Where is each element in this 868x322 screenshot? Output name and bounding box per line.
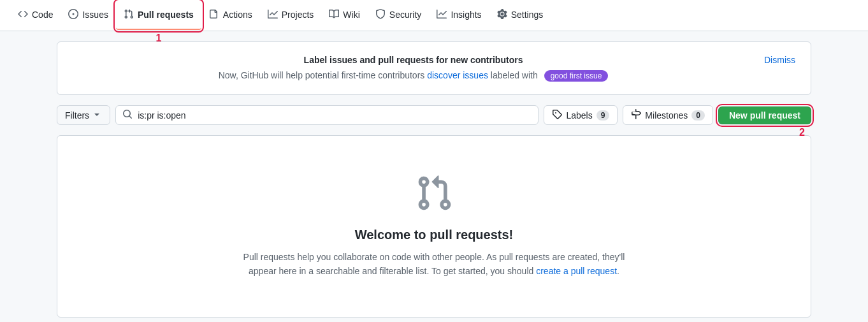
actions-icon [209, 9, 219, 21]
nav-item-settings[interactable]: Settings [489, 1, 551, 30]
labels-label: Labels [566, 110, 592, 121]
filters-bar: Filters Labels 9 [57, 105, 811, 125]
pull-request-nav-icon [124, 9, 134, 21]
search-box[interactable] [115, 105, 539, 125]
label-icon [552, 109, 562, 121]
milestones-button[interactable]: Milestones 0 [623, 105, 713, 125]
nav-item-issues-label: Issues [82, 10, 108, 20]
banner-description: Now, GitHub will help potential first-ti… [73, 70, 754, 82]
nav-item-wiki-label: Wiki [343, 10, 359, 20]
nav-item-projects[interactable]: Projects [260, 1, 322, 30]
code-icon [18, 9, 28, 21]
nav-item-actions[interactable]: Actions [201, 1, 260, 30]
good-first-issue-badge: good first issue [544, 70, 609, 82]
nav-item-insights[interactable]: Insights [429, 1, 489, 30]
nav-item-projects-label: Projects [282, 10, 314, 20]
annotation-1: 1 [156, 33, 161, 44]
search-input[interactable] [138, 110, 532, 121]
projects-icon [268, 9, 278, 21]
contributor-banner: Label issues and pull requests for new c… [57, 41, 811, 95]
nav-item-code[interactable]: Code [10, 1, 61, 30]
pull-requests-empty-state: Welcome to pull requests! Pull requests … [57, 135, 811, 318]
settings-icon [497, 9, 507, 21]
nav-item-insights-label: Insights [451, 10, 481, 20]
nav-item-pull-requests[interactable]: Pull requests [116, 1, 201, 30]
labels-count: 9 [597, 110, 610, 121]
wiki-icon [329, 9, 339, 21]
issue-icon [68, 9, 78, 21]
empty-state-title: Welcome to pull requests! [73, 228, 795, 242]
empty-state-description: Pull requests help you collaborate on co… [230, 250, 638, 279]
nav-item-settings-label: Settings [511, 10, 544, 20]
security-icon [375, 9, 386, 21]
nav-item-pull-requests-label: Pull requests [138, 10, 194, 20]
discover-issues-link[interactable]: discover issues [427, 70, 488, 80]
banner-content: Label issues and pull requests for new c… [73, 55, 754, 82]
nav-item-security-label: Security [389, 10, 422, 20]
chevron-down-icon [92, 109, 102, 121]
new-pull-request-button[interactable]: New pull request [718, 106, 811, 124]
dismiss-link[interactable]: Dismiss [764, 55, 795, 65]
insights-icon [437, 9, 447, 21]
pull-request-empty-icon [415, 174, 453, 212]
banner-labeled-with: labeled with [491, 70, 538, 80]
filters-button[interactable]: Filters [57, 105, 110, 125]
nav-item-code-label: Code [32, 10, 53, 20]
labels-button[interactable]: Labels 9 [544, 105, 618, 125]
milestones-count: 0 [691, 110, 705, 121]
banner-desc-prefix: Now, GitHub will help potential first-ti… [219, 70, 425, 80]
nav-item-wiki[interactable]: Wiki [321, 1, 367, 30]
nav-item-actions-label: Actions [223, 10, 252, 20]
create-pull-request-link[interactable]: create a pull request [536, 266, 617, 276]
new-pr-button-wrapper: New pull request 2 [718, 106, 811, 124]
banner-title: Label issues and pull requests for new c… [73, 55, 754, 65]
filters-label: Filters [65, 110, 89, 121]
nav-item-security[interactable]: Security [368, 1, 430, 30]
search-icon [122, 109, 133, 121]
nav-item-issues[interactable]: Issues [61, 1, 115, 30]
annotation-2: 2 [799, 127, 805, 138]
milestones-label: Milestones [645, 110, 688, 121]
main-content: Label issues and pull requests for new c… [47, 31, 821, 322]
milestone-icon [631, 109, 641, 121]
empty-desc-suffix: . [617, 266, 619, 276]
top-nav: Code Issues Pull requests 1 [0, 0, 868, 31]
